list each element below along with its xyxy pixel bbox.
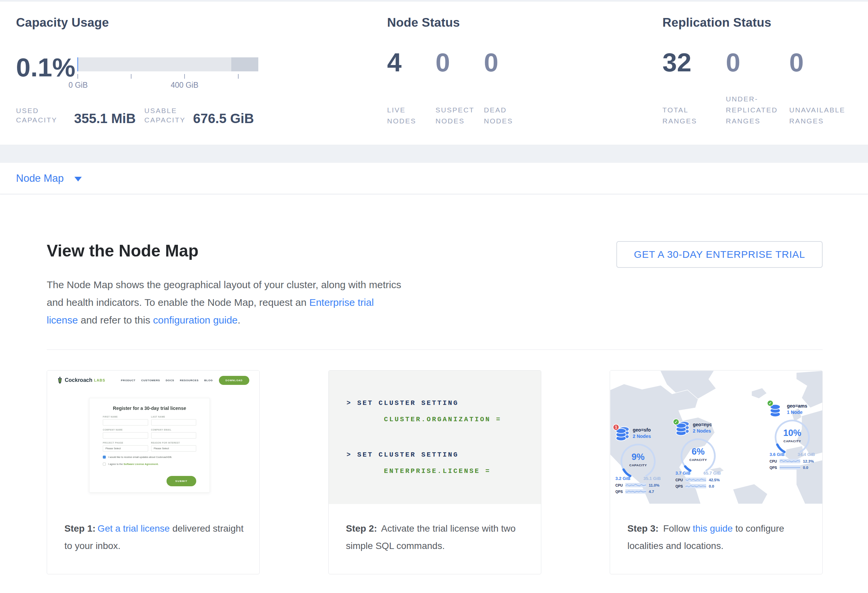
capacity-gauge: 6% CAPACITY	[679, 437, 717, 472]
cluster-summary-panel: Capacity Usage 0.1% 0 GiB 400 GiB USED C…	[0, 1, 868, 145]
step1-card: CockroachLABS PRODUCT CUSTOMERS DOCS RES…	[47, 370, 260, 574]
total-ranges-stat: 32 TOTAL RANGES	[663, 49, 726, 127]
mini-checkbox-license: I agree to the Software License Agreemen…	[103, 463, 196, 466]
live-nodes-label: LIVE NODES	[387, 104, 416, 127]
sql-commands-snippet: > SET CLUSTER SETTING CLUSTER.ORGANIZATI…	[329, 371, 541, 504]
step3-card: 1 geo=sfo 2 Nodes	[610, 370, 822, 574]
node-map-dropdown-label: Node Map	[16, 172, 64, 184]
under-replicated-ranges-stat: 0 UNDER- REPLICATED RANGES	[726, 49, 789, 127]
mini-site-nav: PRODUCT CUSTOMERS DOCS RESOURCES BLOG DO…	[115, 376, 249, 385]
locality-node-count: 1 Node	[787, 409, 807, 415]
suspect-nodes-stat: 0 SUSPECT NODES	[435, 49, 484, 127]
check-icon: ✓	[673, 419, 679, 425]
chevron-down-icon	[74, 177, 82, 181]
database-icon: 1	[616, 427, 630, 441]
node-status-section: Node Status 4 LIVE NODES 0 SUSPECT NODES…	[387, 1, 647, 145]
mini-nav-item: CUSTOMERS	[141, 379, 160, 382]
locality-name: geo=sfo	[633, 427, 651, 433]
unavailable-ranges-stat: 0 UNAVAILABLE RANGES	[789, 49, 853, 127]
capacity-stats-row: USED CAPACITY 355.1 MiB USABLE CAPACITY …	[16, 106, 254, 125]
this-guide-link[interactable]: this guide	[693, 523, 733, 534]
mini-field-reason: REASON FOR INTERESTPlease Select	[151, 441, 196, 452]
capacity-percent: 9%	[619, 452, 657, 462]
mini-nav-item: RESOURCES	[180, 379, 199, 382]
cpu-metric: CPU 12.3%	[769, 459, 815, 463]
axis-tick-label: 0 GiB	[68, 81, 88, 90]
mini-submit-button: SUBMIT	[167, 476, 196, 486]
mini-field-company-name: COMPANY NAME	[103, 428, 148, 438]
sql-line: > SET CLUSTER SETTING	[347, 451, 459, 459]
cpu-sparkline	[685, 478, 706, 482]
sql-line: CLUSTER.ORGANIZATION =	[384, 416, 502, 423]
step3-caption: Step 3: Follow this guide to configure l…	[610, 504, 822, 555]
capacity-bar-used-segment	[77, 57, 78, 71]
dead-nodes-value: 0	[484, 49, 532, 76]
cpu-sparkline	[779, 459, 800, 463]
capacity-usage-title: Capacity Usage	[16, 16, 109, 30]
trial-signup-screenshot: CockroachLABS PRODUCT CUSTOMERS DOCS RES…	[47, 371, 259, 504]
unavailable-ranges-value: 0	[789, 49, 853, 76]
usable-capacity-stat: USABLE CAPACITY 676.5 GiB	[145, 106, 254, 125]
step1-caption: Step 1:Get a trial license delivered str…	[47, 504, 259, 555]
axis-tick	[131, 74, 131, 79]
dead-nodes-stat: 0 DEAD NODES	[484, 49, 532, 127]
used-capacity-value: 355.1 MiB	[74, 112, 136, 125]
mini-nav-item: DOCS	[165, 379, 174, 382]
suspect-nodes-label: SUSPECT NODES	[435, 104, 475, 127]
capacity-usage-chart: 0 GiB 400 GiB	[77, 57, 258, 71]
total-ranges-label: TOTAL RANGES	[663, 104, 697, 127]
used-capacity-label: USED CAPACITY	[16, 106, 71, 125]
axis-tick	[184, 74, 185, 79]
map-node-nyc: ✓ geo=nyc 2 Nodes	[675, 421, 721, 488]
node-map-preview: 1 geo=sfo 2 Nodes	[610, 371, 822, 504]
capacity-bar-reserved-segment	[231, 57, 258, 71]
mini-site-header: CockroachLABS PRODUCT CUSTOMERS DOCS RES…	[47, 371, 259, 390]
under-replicated-ranges-value: 0	[726, 49, 789, 76]
mini-checkbox-updates: I would like to receive email updates ab…	[103, 456, 196, 459]
enterprise-trial-button[interactable]: GET A 30-DAY ENTERPRISE TRIAL	[616, 241, 822, 268]
usable-capacity-label: USABLE CAPACITY	[145, 106, 190, 125]
capacity-gauge: 10% CAPACITY	[773, 418, 812, 454]
error-badge-icon: 1	[613, 424, 619, 431]
mini-nav-item: PRODUCT	[121, 379, 136, 382]
live-nodes-stat: 4 LIVE NODES	[387, 49, 435, 127]
capacity-percent: 10%	[773, 428, 812, 438]
dead-nodes-label: DEAD NODES	[484, 104, 513, 127]
capacity-used-percent: 0.1%	[16, 52, 75, 83]
qps-sparkline	[685, 484, 706, 488]
database-icon: ✓	[769, 403, 784, 417]
suspect-nodes-value: 0	[435, 49, 484, 76]
qps-sparkline	[625, 489, 646, 494]
get-trial-license-link[interactable]: Get a trial license	[97, 523, 170, 534]
capacity-gauge: 9% CAPACITY	[619, 442, 657, 478]
node-map-placeholder-page: View the Node Map The Node Map shows the…	[0, 194, 868, 593]
mini-field-last-name: LAST NAME	[151, 416, 196, 425]
cockroach-logo-icon	[57, 377, 63, 384]
replication-status-title: Replication Status	[663, 16, 771, 30]
mini-field-first-name: FIRST NAME	[103, 416, 148, 425]
capacity-percent: 6%	[679, 447, 717, 457]
under-replicated-ranges-label: UNDER- REPLICATED RANGES	[726, 93, 778, 127]
mini-field-company-email: COMPANY EMAIL	[151, 428, 196, 438]
mini-trial-form: Register for a 30-day trial license FIRS…	[89, 398, 210, 493]
mini-field-project-phase: PROJECT PHASEPlease Select	[103, 441, 148, 452]
total-ranges-value: 32	[663, 49, 726, 76]
step2-caption: Step 2: Activate the trial license with …	[329, 504, 541, 555]
checkbox-unchecked-icon	[103, 463, 106, 466]
capacity-bar	[77, 57, 258, 71]
mini-nav-item: BLOG	[204, 379, 213, 382]
unavailable-ranges-label: UNAVAILABLE RANGES	[789, 104, 845, 127]
locality-node-count: 2 Nodes	[693, 428, 712, 434]
qps-metric: QPS 0.0	[769, 465, 815, 469]
node-map-dropdown[interactable]: Node Map	[16, 172, 82, 184]
map-node-ams: ✓ geo=ams 1 Node	[769, 403, 815, 469]
map-node-sfo: 1 geo=sfo 2 Nodes	[616, 427, 661, 494]
cpu-sparkline	[625, 483, 646, 487]
live-nodes-value: 4	[387, 49, 435, 76]
locality-name: geo=ams	[787, 403, 807, 409]
cpu-metric: CPU 11.0%	[616, 483, 661, 487]
step2-card: > SET CLUSTER SETTING CLUSTER.ORGANIZATI…	[328, 370, 541, 574]
locality-node-count: 2 Nodes	[633, 434, 651, 439]
qps-metric: QPS 4.7	[616, 489, 661, 494]
configuration-guide-link[interactable]: configuration guide	[153, 315, 238, 325]
